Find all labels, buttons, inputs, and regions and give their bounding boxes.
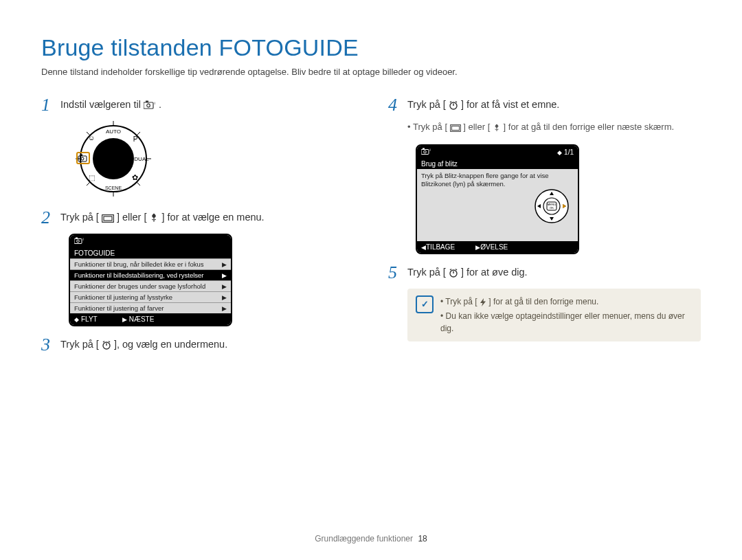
svg-text:i: i (83, 237, 84, 241)
svg-rect-26 (104, 216, 112, 221)
svg-text:AUTO: AUTO (106, 128, 121, 135)
svg-rect-2 (146, 101, 148, 103)
svg-line-57 (450, 269, 451, 270)
step-number: 4 (388, 96, 407, 114)
lcd-foot-left: FLYT (81, 315, 98, 323)
chevron-right-icon: ▶ (222, 261, 227, 268)
svg-text:☺: ☺ (88, 134, 95, 142)
lcd-menu-illustration: i FOTOGUIDE Funktioner til brug, når bil… (69, 234, 232, 326)
fotoguide-mode-icon: i (421, 148, 431, 157)
lcd-topic-illustration: i ◆ 1/1 Brug af blitz Tryk på Blitz-knap… (416, 144, 579, 254)
svg-point-1 (147, 104, 150, 107)
svg-text:⬚: ⬚ (89, 174, 95, 181)
step-3: 3 Tryk på [ ], og vælg en undermenu. (41, 336, 354, 354)
step-1: 1 Indstil vælgeren til i . (41, 96, 354, 114)
step-1-pre: Indstil vælgeren til (60, 99, 144, 110)
info-list: Tryk på [ ] for at gå til den forrige me… (440, 295, 693, 335)
footer-page-number: 18 (418, 534, 427, 544)
step-4-bullets: Tryk på [ ] eller [ ] for at gå til den … (407, 121, 701, 136)
self-timer-button-icon (449, 268, 458, 280)
step-number: 3 (41, 336, 60, 354)
triangle-left-icon: ◀ (421, 244, 426, 251)
svg-point-42 (424, 150, 427, 153)
svg-line-11 (87, 182, 90, 186)
step-2-mid: ] eller [ (117, 212, 147, 223)
step-number: 1 (41, 96, 60, 114)
lcd-row: Funktioner der bruges under svage lysfor… (70, 280, 231, 291)
step-number: 5 (388, 264, 407, 282)
svg-marker-59 (480, 298, 486, 306)
svg-text:OK: OK (550, 206, 554, 210)
updown-icon: ◆ (557, 149, 562, 156)
page-indicator: ◆ 1/1 (557, 148, 574, 156)
lcd2-foot-right: ØVELSE (480, 243, 508, 251)
step-2-post: ] for at vælge en menu. (162, 212, 265, 223)
page-subtitle: Denne tilstand indeholder forskellige ti… (41, 67, 701, 77)
svg-rect-27 (74, 239, 82, 244)
svg-line-33 (103, 341, 104, 343)
svg-text:SCENE: SCENE (105, 186, 122, 190)
chevron-right-icon: ▶ (222, 305, 227, 312)
lcd2-foot: ◀TILBAGE ▶ØVELSE (417, 241, 578, 253)
fotoguide-mode-icon: i (74, 237, 84, 246)
self-timer-button-icon (449, 100, 458, 112)
svg-point-5 (93, 138, 134, 179)
svg-text:✿: ✿ (132, 173, 138, 181)
macro-button-icon (493, 123, 501, 136)
step-5-post: ] for at øve dig. (461, 267, 528, 278)
svg-rect-23 (80, 155, 82, 157)
step-text: Tryk på [ ] eller [ ] for at vælge en me… (60, 209, 265, 225)
self-timer-button-icon (102, 340, 111, 352)
lcd2-title: Brug af blitz (417, 159, 578, 169)
svg-text:i: i (430, 148, 431, 152)
step-text: Indstil vælgeren til i . (60, 96, 161, 112)
svg-line-9 (137, 182, 140, 186)
fotoguide-mode-icon: i (144, 100, 156, 112)
lcd-row-selected: Funktioner til billedstabilisering, ved … (70, 269, 231, 280)
mode-dial-illustration: AUTO P DUAL ✿ SCENE ⬚ ☺ (69, 121, 354, 199)
updown-icon: ◆ (74, 316, 79, 323)
step-text: Tryk på [ ] for at få vist et emne. (407, 96, 559, 112)
svg-rect-40 (451, 126, 459, 131)
triangle-right-icon: ▶ (122, 316, 127, 323)
lcd-row: Funktioner til justering af lysstyrke▶ (70, 291, 231, 302)
svg-text:P: P (133, 135, 138, 143)
step-2-pre: Tryk på [ (60, 212, 99, 223)
left-column: 1 Indstil vælgeren til i . (41, 96, 354, 361)
step-text: Tryk på [ ] for at øve dig. (407, 264, 528, 280)
display-button-icon (450, 123, 461, 136)
svg-rect-41 (421, 149, 429, 154)
step-4-post: ] for at få vist et emne. (461, 99, 559, 110)
svg-line-38 (456, 102, 457, 103)
info-item: Du kan ikke vælge optageindstillinger el… (440, 310, 693, 335)
flash-button-icon (480, 298, 486, 310)
page-title: Bruge tilstanden FOTOGUIDE (41, 34, 701, 61)
step-3-post: ], og vælg en undermenu. (114, 339, 227, 350)
lcd-head: i (70, 235, 231, 248)
lcd-row: Funktioner til brug, når billedet ikke e… (70, 258, 231, 269)
info-icon: ✓ (416, 295, 434, 313)
lcd2-foot-left: TILBAGE (426, 243, 455, 251)
five-way-controller-icon: MENU OK (534, 188, 570, 227)
lcd-title: FOTOGUIDE (70, 248, 231, 258)
display-button-icon (102, 214, 114, 225)
lcd-foot: ◆FLYT ▶NÆSTE (70, 313, 231, 325)
info-item: Tryk på [ ] for at gå til den forrige me… (440, 295, 693, 310)
svg-line-34 (109, 341, 110, 343)
step-number: 2 (41, 209, 60, 227)
svg-line-37 (450, 102, 451, 103)
bullet-item: Tryk på [ ] eller [ ] for at gå til den … (407, 121, 701, 136)
macro-button-icon (149, 213, 159, 225)
svg-rect-43 (423, 148, 425, 149)
step-1-post: . (159, 99, 161, 110)
svg-rect-0 (144, 102, 153, 109)
step-text: Tryk på [ ], og vælg en undermenu. (60, 336, 227, 352)
step-4: 4 Tryk på [ ] for at få vist et emne. (388, 96, 701, 114)
svg-text:DUAL: DUAL (134, 156, 149, 162)
svg-text:i: i (154, 101, 155, 105)
step-5-pre: Tryk på [ (407, 267, 446, 278)
step-4-pre: Tryk på [ (407, 99, 446, 110)
info-box: ✓ Tryk på [ ] for at gå til den forrige … (407, 289, 701, 341)
svg-line-58 (456, 269, 457, 270)
footer-section: Grundlæggende funktioner (315, 534, 413, 544)
